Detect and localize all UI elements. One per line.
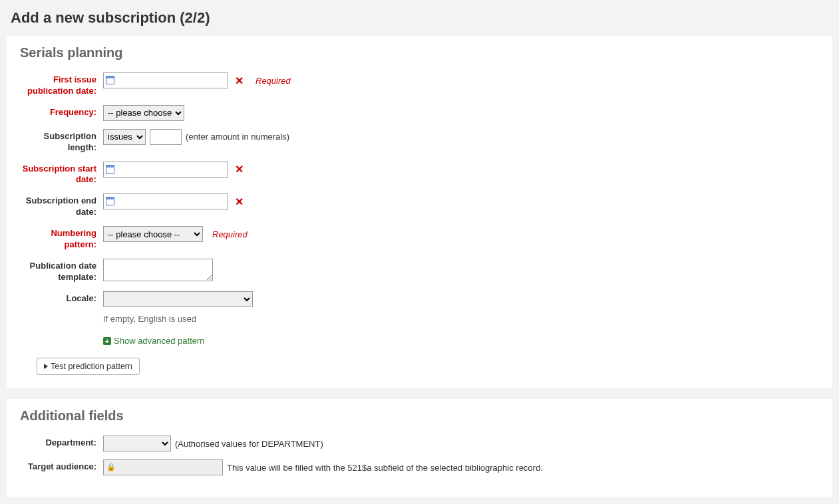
additional-fields-heading: Additional fields (20, 408, 819, 424)
locale-hint: If empty, English is used (103, 314, 253, 324)
required-tag: Required (212, 229, 248, 239)
department-select[interactable] (103, 436, 171, 451)
show-advanced-pattern-link[interactable]: + Show advanced pattern (103, 336, 205, 346)
start-date-label: Subscription start date: (20, 162, 103, 186)
subscription-length-hint: (enter amount in numerals) (186, 132, 289, 142)
clear-first-issue-icon[interactable]: ✕ (232, 74, 246, 87)
required-tag: Required (255, 76, 291, 86)
locale-select[interactable] (103, 291, 253, 307)
frequency-label: Frequency: (20, 105, 103, 118)
numbering-pattern-select[interactable]: -- please choose -- (103, 226, 203, 242)
frequency-select[interactable]: -- please choose -- (103, 105, 184, 121)
target-audience-label: Target audience: (20, 459, 103, 473)
end-date-label: Subscription end date: (20, 193, 103, 218)
clear-end-date-icon[interactable]: ✕ (232, 195, 246, 208)
target-audience-input (103, 459, 223, 475)
first-issue-label: First issue publication date: (20, 72, 103, 97)
start-date-input[interactable] (103, 162, 228, 178)
subscription-length-label: Subscription length: (20, 129, 103, 154)
clear-start-date-icon[interactable]: ✕ (232, 163, 246, 176)
subscription-length-unit-select[interactable]: issues (103, 129, 146, 145)
pub-date-template-label: Publication date template: (20, 259, 103, 283)
numbering-pattern-label: Numbering pattern: (20, 226, 103, 251)
page-title: Add a new subscription (2/2) (11, 9, 832, 27)
serials-planning-panel: Serials planning First issue publication… (7, 36, 832, 388)
show-advanced-pattern-label: Show advanced pattern (114, 336, 205, 346)
end-date-input[interactable] (103, 193, 228, 209)
target-audience-hint: This value will be filled with the 521$a… (227, 463, 543, 473)
pub-date-template-input[interactable] (103, 259, 213, 281)
additional-fields-panel: Additional fields Department: (Authorise… (7, 399, 832, 497)
play-icon (44, 364, 48, 369)
plus-icon: + (103, 337, 111, 345)
subscription-length-amount-input[interactable] (150, 129, 182, 145)
department-hint: (Authorised values for DEPARTMENT) (175, 439, 323, 449)
serials-planning-heading: Serials planning (20, 45, 819, 61)
department-label: Department: (20, 436, 103, 449)
locale-label: Locale: (20, 291, 103, 305)
first-issue-date-input[interactable] (103, 72, 228, 88)
test-prediction-label: Test prediction pattern (51, 362, 132, 371)
test-prediction-pattern-button[interactable]: Test prediction pattern (37, 358, 140, 375)
